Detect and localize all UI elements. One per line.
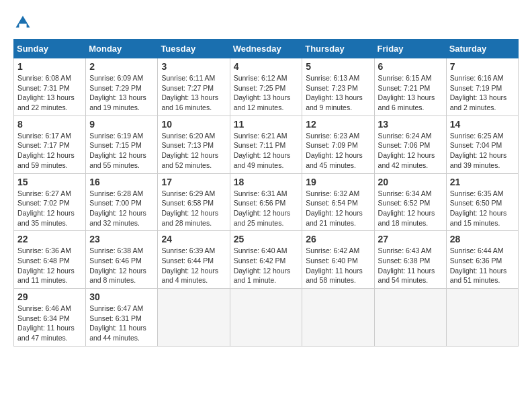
day-number: 18: [234, 177, 299, 187]
calendar-cell: [374, 289, 446, 347]
day-detail: Sunrise: 6:31 AM Sunset: 6:56 PM Dayligh…: [234, 189, 299, 228]
weekday-header-tuesday: Tuesday: [158, 40, 230, 58]
weekday-header-friday: Friday: [374, 40, 446, 58]
day-number: 8: [17, 119, 82, 130]
calendar-cell: 22 Sunrise: 6:36 AM Sunset: 6:48 PM Dayl…: [14, 231, 86, 289]
day-detail: Sunrise: 6:23 AM Sunset: 7:09 PM Dayligh…: [306, 131, 370, 171]
day-number: 9: [89, 119, 154, 130]
calendar-cell: 21 Sunrise: 6:35 AM Sunset: 6:50 PM Dayl…: [446, 173, 518, 231]
calendar-cell: 17 Sunrise: 6:29 AM Sunset: 6:58 PM Dayl…: [158, 173, 230, 231]
day-number: 27: [378, 234, 443, 244]
day-detail: Sunrise: 6:13 AM Sunset: 7:23 PM Dayligh…: [306, 73, 370, 113]
weekday-header-sunday: Sunday: [14, 40, 86, 58]
day-detail: Sunrise: 6:09 AM Sunset: 7:29 PM Dayligh…: [89, 73, 154, 113]
calendar-cell: 19 Sunrise: 6:32 AM Sunset: 6:54 PM Dayl…: [302, 173, 374, 231]
calendar-cell: 11 Sunrise: 6:21 AM Sunset: 7:11 PM Dayl…: [230, 116, 302, 173]
day-number: 22: [17, 234, 82, 244]
calendar-cell: 14 Sunrise: 6:25 AM Sunset: 7:04 PM Dayl…: [446, 116, 518, 173]
week-row-3: 15 Sunrise: 6:27 AM Sunset: 7:02 PM Dayl…: [14, 173, 519, 231]
day-detail: Sunrise: 6:35 AM Sunset: 6:50 PM Dayligh…: [450, 189, 515, 228]
calendar-cell: 29 Sunrise: 6:46 AM Sunset: 6:34 PM Dayl…: [14, 289, 86, 347]
calendar-cell: 27 Sunrise: 6:43 AM Sunset: 6:38 PM Dayl…: [374, 231, 446, 289]
page-header: [13, 13, 519, 32]
day-detail: Sunrise: 6:15 AM Sunset: 7:21 PM Dayligh…: [378, 73, 443, 113]
day-number: 21: [450, 177, 515, 187]
day-detail: Sunrise: 6:11 AM Sunset: 7:27 PM Dayligh…: [161, 73, 226, 113]
day-number: 4: [234, 61, 299, 72]
day-detail: Sunrise: 6:47 AM Sunset: 6:31 PM Dayligh…: [89, 304, 154, 343]
weekday-header-monday: Monday: [86, 40, 158, 58]
calendar-cell: 15 Sunrise: 6:27 AM Sunset: 7:02 PM Dayl…: [14, 173, 86, 231]
day-detail: Sunrise: 6:16 AM Sunset: 7:19 PM Dayligh…: [450, 73, 515, 113]
day-detail: Sunrise: 6:21 AM Sunset: 7:11 PM Dayligh…: [234, 131, 299, 171]
day-number: 20: [378, 177, 443, 187]
calendar-cell: 4 Sunrise: 6:12 AM Sunset: 7:25 PM Dayli…: [230, 58, 302, 116]
day-number: 14: [450, 119, 515, 130]
day-detail: Sunrise: 6:24 AM Sunset: 7:06 PM Dayligh…: [378, 131, 443, 171]
weekday-header-wednesday: Wednesday: [230, 40, 302, 58]
day-number: 5: [306, 61, 370, 72]
calendar-cell: 16 Sunrise: 6:28 AM Sunset: 7:00 PM Dayl…: [86, 173, 158, 231]
day-number: 13: [378, 119, 443, 130]
calendar-cell: 9 Sunrise: 6:19 AM Sunset: 7:15 PM Dayli…: [86, 116, 158, 173]
week-row-2: 8 Sunrise: 6:17 AM Sunset: 7:17 PM Dayli…: [14, 116, 519, 173]
day-detail: Sunrise: 6:17 AM Sunset: 7:17 PM Dayligh…: [17, 131, 82, 171]
day-detail: Sunrise: 6:12 AM Sunset: 7:25 PM Dayligh…: [234, 73, 299, 113]
weekday-header-saturday: Saturday: [446, 40, 518, 58]
logo-icon: [13, 13, 32, 32]
calendar-cell: 23 Sunrise: 6:38 AM Sunset: 6:46 PM Dayl…: [86, 231, 158, 289]
calendar-cell: 3 Sunrise: 6:11 AM Sunset: 7:27 PM Dayli…: [158, 58, 230, 116]
day-number: 2: [89, 61, 154, 72]
calendar-cell: 20 Sunrise: 6:34 AM Sunset: 6:52 PM Dayl…: [374, 173, 446, 231]
logo: [13, 13, 35, 32]
day-detail: Sunrise: 6:34 AM Sunset: 6:52 PM Dayligh…: [378, 189, 443, 228]
day-number: 11: [234, 119, 299, 130]
calendar-cell: 24 Sunrise: 6:39 AM Sunset: 6:44 PM Dayl…: [158, 231, 230, 289]
svg-rect-1: [19, 24, 26, 28]
day-number: 17: [161, 177, 226, 187]
day-number: 28: [450, 234, 515, 244]
calendar-cell: [158, 289, 230, 347]
calendar-cell: [302, 289, 374, 347]
day-number: 16: [89, 177, 154, 187]
calendar-cell: 6 Sunrise: 6:15 AM Sunset: 7:21 PM Dayli…: [374, 58, 446, 116]
day-detail: Sunrise: 6:25 AM Sunset: 7:04 PM Dayligh…: [450, 131, 515, 171]
day-number: 3: [161, 61, 226, 72]
calendar-cell: 28 Sunrise: 6:44 AM Sunset: 6:36 PM Dayl…: [446, 231, 518, 289]
calendar-cell: 8 Sunrise: 6:17 AM Sunset: 7:17 PM Dayli…: [14, 116, 86, 173]
day-number: 26: [306, 234, 370, 244]
day-number: 15: [17, 177, 82, 187]
calendar-cell: 25 Sunrise: 6:40 AM Sunset: 6:42 PM Dayl…: [230, 231, 302, 289]
day-detail: Sunrise: 6:38 AM Sunset: 6:46 PM Dayligh…: [89, 246, 154, 285]
day-detail: Sunrise: 6:46 AM Sunset: 6:34 PM Dayligh…: [17, 304, 82, 343]
day-number: 30: [89, 291, 154, 302]
day-number: 10: [161, 119, 226, 130]
calendar-cell: 5 Sunrise: 6:13 AM Sunset: 7:23 PM Dayli…: [302, 58, 374, 116]
week-row-1: 1 Sunrise: 6:08 AM Sunset: 7:31 PM Dayli…: [14, 58, 519, 116]
calendar-table: SundayMondayTuesdayWednesdayThursdayFrid…: [13, 39, 519, 347]
calendar-cell: 12 Sunrise: 6:23 AM Sunset: 7:09 PM Dayl…: [302, 116, 374, 173]
day-number: 6: [378, 61, 443, 72]
day-detail: Sunrise: 6:39 AM Sunset: 6:44 PM Dayligh…: [161, 246, 226, 285]
day-number: 19: [306, 177, 370, 187]
weekday-header-thursday: Thursday: [302, 40, 374, 58]
day-detail: Sunrise: 6:40 AM Sunset: 6:42 PM Dayligh…: [234, 246, 299, 285]
calendar-cell: 18 Sunrise: 6:31 AM Sunset: 6:56 PM Dayl…: [230, 173, 302, 231]
day-detail: Sunrise: 6:08 AM Sunset: 7:31 PM Dayligh…: [17, 73, 82, 113]
calendar-cell: 10 Sunrise: 6:20 AM Sunset: 7:13 PM Dayl…: [158, 116, 230, 173]
week-row-5: 29 Sunrise: 6:46 AM Sunset: 6:34 PM Dayl…: [14, 289, 519, 347]
week-row-4: 22 Sunrise: 6:36 AM Sunset: 6:48 PM Dayl…: [14, 231, 519, 289]
calendar-cell: 30 Sunrise: 6:47 AM Sunset: 6:31 PM Dayl…: [86, 289, 158, 347]
weekday-header-row: SundayMondayTuesdayWednesdayThursdayFrid…: [14, 40, 519, 58]
day-number: 29: [17, 291, 82, 302]
day-detail: Sunrise: 6:44 AM Sunset: 6:36 PM Dayligh…: [450, 246, 515, 285]
calendar-cell: 1 Sunrise: 6:08 AM Sunset: 7:31 PM Dayli…: [14, 58, 86, 116]
day-detail: Sunrise: 6:29 AM Sunset: 6:58 PM Dayligh…: [161, 189, 226, 228]
calendar-cell: 26 Sunrise: 6:42 AM Sunset: 6:40 PM Dayl…: [302, 231, 374, 289]
day-number: 25: [234, 234, 299, 244]
day-detail: Sunrise: 6:32 AM Sunset: 6:54 PM Dayligh…: [306, 189, 370, 228]
calendar-cell: 13 Sunrise: 6:24 AM Sunset: 7:06 PM Dayl…: [374, 116, 446, 173]
day-detail: Sunrise: 6:36 AM Sunset: 6:48 PM Dayligh…: [17, 246, 82, 285]
day-detail: Sunrise: 6:42 AM Sunset: 6:40 PM Dayligh…: [306, 246, 370, 285]
day-number: 1: [17, 61, 82, 72]
